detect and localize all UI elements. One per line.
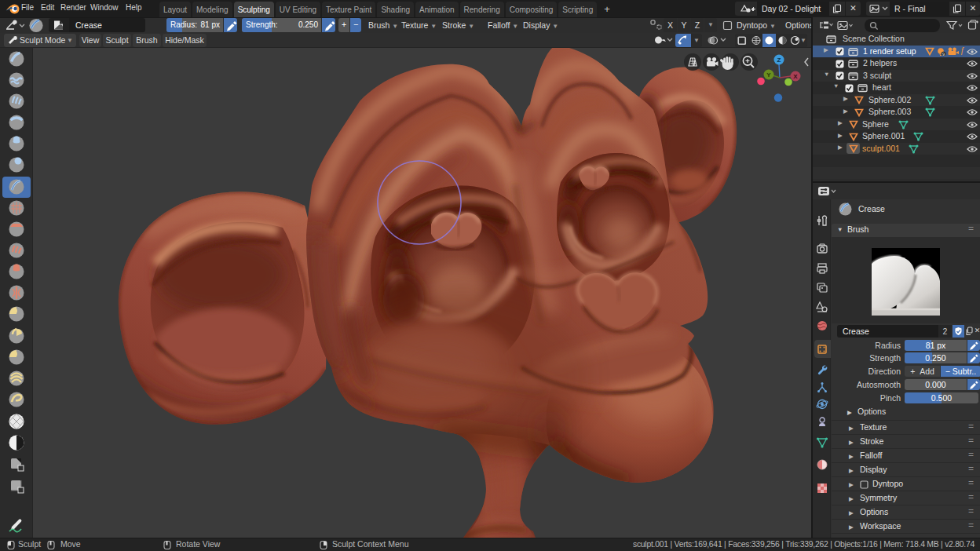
svg-text:Z: Z — [777, 57, 781, 64]
svg-text:Y: Y — [766, 71, 771, 78]
svg-text:X: X — [793, 73, 798, 80]
